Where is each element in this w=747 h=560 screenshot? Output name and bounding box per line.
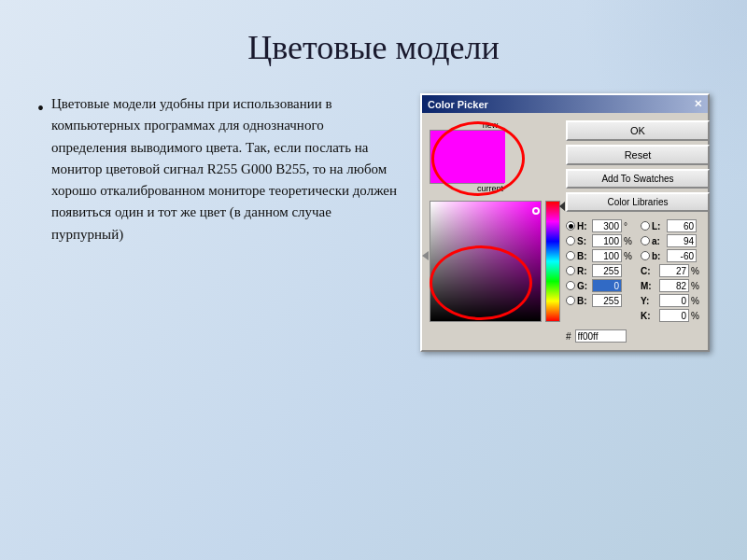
hue-slider-container <box>545 201 560 322</box>
hex-row: # <box>566 329 710 343</box>
hue-slider[interactable] <box>545 201 560 322</box>
radio-b[interactable] <box>641 251 650 260</box>
reset-button[interactable]: Reset <box>566 145 710 165</box>
input-b[interactable] <box>667 249 697 262</box>
spectrum-gradient[interactable] <box>430 201 542 322</box>
field-K: K: % <box>641 309 710 322</box>
field-Y: Y: % <box>641 294 710 307</box>
radio-G[interactable] <box>566 281 575 290</box>
spectrum-container <box>430 201 542 322</box>
radio-S[interactable] <box>566 236 575 245</box>
hex-input[interactable] <box>575 329 627 343</box>
spectrum-cursor <box>532 207 540 215</box>
dialog-close-icon[interactable]: ✕ <box>694 98 702 110</box>
spectrum-hue-row <box>430 201 560 322</box>
radio-a[interactable] <box>641 236 650 245</box>
color-new-swatch <box>430 131 505 157</box>
picker-left: new current <box>430 120 560 343</box>
bullet-item: • Цветовые модели удобны при использован… <box>37 93 398 245</box>
picker-right-area: OK Reset Add To Swatches Color Libraries <box>566 120 710 343</box>
field-b: b: <box>641 249 710 262</box>
field-a: a: <box>641 234 710 247</box>
input-L[interactable] <box>667 219 697 232</box>
input-R[interactable] <box>592 264 622 277</box>
color-preview-box <box>430 130 504 184</box>
ok-button[interactable]: OK <box>566 120 710 141</box>
radio-R[interactable] <box>566 266 575 275</box>
input-G[interactable] <box>592 279 622 292</box>
input-C[interactable] <box>659 264 689 277</box>
field-M: M: % <box>641 279 710 292</box>
fields-right: L: a: <box>641 219 710 322</box>
color-picker-wrapper: Color Picker ✕ new current <box>420 93 710 352</box>
color-libraries-button[interactable]: Color Libraries <box>566 192 710 212</box>
input-Y[interactable] <box>659 294 689 307</box>
text-column: • Цветовые модели удобны при использован… <box>37 93 398 245</box>
field-B: B: % <box>566 249 635 262</box>
add-to-swatches-button[interactable]: Add To Swatches <box>566 169 710 189</box>
input-a[interactable] <box>667 234 697 247</box>
spectrum-arrow <box>422 251 429 260</box>
radio-L[interactable] <box>641 221 650 231</box>
field-R: R: <box>566 264 635 277</box>
field-B2: B: <box>566 294 635 307</box>
field-C: C: % <box>641 264 710 277</box>
field-S: S: % <box>566 234 635 247</box>
radio-B[interactable] <box>566 251 575 260</box>
color-preview-container: new current <box>430 120 542 193</box>
hue-arrow <box>559 202 565 211</box>
radio-B2[interactable] <box>566 296 575 305</box>
bullet-text: Цветовые модели удобны при использовании… <box>51 93 398 245</box>
field-G: G: <box>566 279 635 292</box>
fields-left: H: ° S: % <box>566 219 635 322</box>
slide-background: Цветовые модели • Цветовые модели удобны… <box>0 0 747 560</box>
input-B[interactable] <box>592 249 622 262</box>
field-H: H: ° <box>566 219 635 232</box>
input-H[interactable] <box>592 219 622 232</box>
field-L: L: <box>641 219 710 232</box>
label-current: current <box>439 184 542 193</box>
input-B2[interactable] <box>592 294 622 307</box>
label-new: new <box>439 120 542 130</box>
hex-label: # <box>566 331 571 342</box>
input-K[interactable] <box>659 309 689 322</box>
input-S[interactable] <box>592 234 622 247</box>
dialog-body: new current <box>422 113 708 350</box>
radio-H[interactable] <box>566 221 575 231</box>
content-area: • Цветовые модели удобны при использован… <box>37 93 710 352</box>
dialog-title: Color Picker <box>428 99 488 110</box>
color-current-swatch <box>430 157 505 183</box>
input-M[interactable] <box>659 279 689 292</box>
dialog-title-bar: Color Picker ✕ <box>422 95 708 113</box>
color-picker-dialog: Color Picker ✕ new current <box>420 93 710 352</box>
bullet-dot: • <box>37 95 44 121</box>
fields-area: H: ° S: % <box>566 219 710 322</box>
